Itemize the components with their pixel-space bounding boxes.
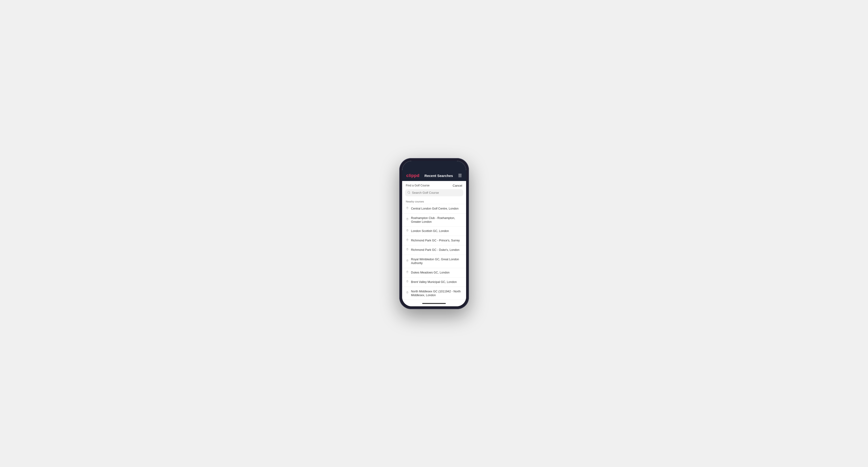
svg-point-8 <box>407 271 408 272</box>
course-list-item[interactable]: Central London Golf Centre, London <box>402 204 466 214</box>
courses-list: Central London Golf Centre, London Roeha… <box>402 204 466 301</box>
course-name: Central London Golf Centre, London <box>411 207 459 211</box>
status-bar <box>402 161 466 171</box>
header-title: Recent Searches <box>425 174 453 178</box>
svg-line-1 <box>409 193 410 193</box>
cancel-button[interactable]: Cancel <box>453 184 462 187</box>
location-pin-icon <box>406 218 409 222</box>
svg-point-7 <box>407 260 408 261</box>
location-pin-icon <box>406 229 409 233</box>
course-name: Richmond Park GC - Duke's, London <box>411 248 460 252</box>
course-name: Dukes Meadows GC, London <box>411 271 450 275</box>
course-name: Brent Valley Municipal GC, London <box>411 280 457 284</box>
home-bar <box>422 303 446 304</box>
content-area: Find a Golf Course Cancel Nearby courses <box>402 181 466 306</box>
location-pin-icon <box>406 207 409 211</box>
course-name: Richmond Park GC - Prince's, Surrey <box>411 239 460 242</box>
location-pin-icon <box>406 280 409 284</box>
phone-device: clippd Recent Searches ☰ Find a Golf Cou… <box>399 158 469 309</box>
course-list-item[interactable]: Royal Wimbledon GC, Great London Authori… <box>402 255 466 268</box>
location-pin-icon <box>406 291 409 295</box>
nearby-section-label: Nearby courses <box>402 199 466 204</box>
app-header: clippd Recent Searches ☰ <box>402 171 466 181</box>
course-name: North Middlesex GC (1011942 - North Midd… <box>411 289 462 297</box>
location-pin-icon <box>406 259 409 263</box>
location-pin-icon <box>406 271 409 275</box>
course-list-item[interactable]: North Middlesex GC (1011942 - North Midd… <box>402 287 466 300</box>
course-list-item[interactable]: Brent Valley Municipal GC, London <box>402 278 466 287</box>
location-pin-icon <box>406 239 409 243</box>
course-name: London Scottish GC, London <box>411 229 449 233</box>
find-label: Find a Golf Course <box>406 184 430 187</box>
svg-point-4 <box>407 230 408 230</box>
app-logo: clippd <box>406 173 420 178</box>
menu-icon[interactable]: ☰ <box>458 174 462 178</box>
course-list-item[interactable]: Dukes Meadows GC, London <box>402 268 466 278</box>
course-list-item[interactable]: Richmond Park GC - Prince's, Surrey <box>402 236 466 245</box>
home-indicator <box>402 301 466 306</box>
find-header: Find a Golf Course Cancel <box>402 181 466 189</box>
course-name: Royal Wimbledon GC, Great London Authori… <box>411 257 462 265</box>
search-icon <box>407 191 410 195</box>
search-box[interactable] <box>405 189 463 196</box>
svg-point-5 <box>407 239 408 240</box>
course-list-item[interactable]: Richmond Park GC - Duke's, London <box>402 245 466 255</box>
svg-point-9 <box>407 281 408 282</box>
phone-screen: clippd Recent Searches ☰ Find a Golf Cou… <box>402 161 466 306</box>
search-input[interactable] <box>412 191 461 194</box>
svg-point-6 <box>407 249 408 249</box>
svg-point-2 <box>407 208 408 208</box>
course-list-item[interactable]: London Scottish GC, London <box>402 226 466 236</box>
svg-point-3 <box>407 219 408 219</box>
svg-point-10 <box>407 292 408 293</box>
course-name: Roehampton Club - Roehampton, Greater Lo… <box>411 216 462 224</box>
course-list-item[interactable]: Roehampton Club - Roehampton, Greater Lo… <box>402 214 466 227</box>
location-pin-icon <box>406 248 409 252</box>
